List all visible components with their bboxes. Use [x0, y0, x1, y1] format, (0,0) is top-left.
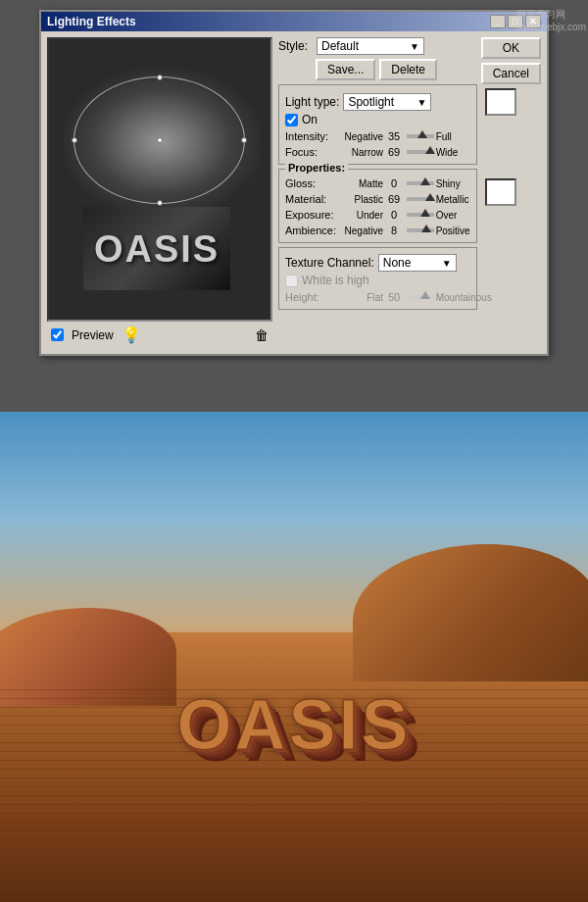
ambience-value: 8 [383, 225, 405, 236]
light-type-dropdown[interactable]: Spotlight ▼ [343, 93, 431, 111]
material-thumb[interactable] [425, 193, 435, 201]
intensity-track[interactable] [407, 134, 434, 138]
ambience-thumb[interactable] [421, 225, 431, 232]
handle-bottom[interactable] [157, 200, 163, 206]
preview-oasis-text: OASIS [94, 227, 220, 270]
light-type-label: Light type: [285, 95, 339, 109]
exposure-max: Over [436, 210, 470, 221]
intensity-label: Intensity: [285, 130, 342, 142]
gloss-row: Gloss: Matte 0 Shiny [285, 177, 470, 189]
intensity-value: 35 [383, 130, 405, 142]
save-delete-row: Save... Delete [316, 59, 477, 80]
exposure-thumb[interactable] [420, 209, 430, 217]
ambience-max: Positive [436, 226, 470, 236]
light-type-group: Light type: Spotlight ▼ On In [278, 84, 477, 165]
ambience-track[interactable] [407, 228, 434, 232]
exposure-label: Exposure: [285, 209, 342, 221]
style-row: Style: Default ▼ [278, 37, 477, 55]
ambience-label: Ambience: [285, 225, 342, 236]
preview-footer: Preview 💡 🗑 [47, 322, 272, 348]
gloss-min: Matte [342, 178, 383, 189]
intensity-row: Intensity: Negative 35 Full [285, 130, 470, 142]
material-max: Metallic [436, 194, 470, 205]
height-track [407, 295, 434, 299]
focus-min: Narrow [342, 147, 383, 158]
dialog-titlebar: Lighting Effects _ □ ✕ [41, 12, 547, 31]
on-checkbox[interactable] [285, 114, 298, 126]
focus-value: 69 [383, 146, 405, 158]
intensity-max: Full [436, 131, 470, 142]
height-thumb [420, 291, 430, 299]
right-buttons: OK Cancel [481, 37, 541, 314]
white-is-high-checkbox[interactable] [285, 275, 298, 287]
white-is-high-row: White is high [285, 274, 470, 287]
preview-checkbox[interactable] [51, 328, 64, 341]
texture-value: None [383, 256, 412, 270]
height-label: Height: [285, 291, 342, 303]
color-swatch-2[interactable] [485, 178, 516, 206]
bulb-icon[interactable]: 💡 [122, 326, 141, 344]
intensity-thumb[interactable] [417, 130, 427, 138]
focus-label: Focus: [285, 146, 342, 158]
texture-dropdown[interactable]: None ▼ [378, 254, 457, 272]
style-label: Style: [278, 39, 313, 53]
gloss-track[interactable] [407, 181, 434, 185]
gloss-value: 0 [383, 177, 405, 189]
style-value: Default [321, 39, 359, 53]
height-max: Mountainous [436, 292, 470, 303]
height-min: Flat [342, 292, 383, 303]
focus-row: Focus: Narrow 69 Wide [285, 146, 470, 158]
on-row: On [285, 113, 470, 126]
watermark-line2: www.webjx.com [516, 22, 586, 32]
right-panel: Style: Default ▼ Save... Delete [278, 37, 541, 348]
oasis-3d-text: OASIS [176, 684, 411, 765]
lighting-effects-dialog: Lighting Effects _ □ ✕ OASIS [39, 10, 549, 356]
preview-label: Preview [72, 328, 114, 342]
watermark-line1: 网页学习网 [516, 8, 586, 22]
save-button[interactable]: Save... [316, 59, 375, 80]
material-value: 69 [383, 193, 405, 205]
focus-track[interactable] [407, 150, 434, 154]
texture-row: Texture Channel: None ▼ [285, 254, 470, 272]
ok-button[interactable]: OK [481, 37, 541, 59]
exposure-track[interactable] [407, 213, 434, 217]
material-track[interactable] [407, 197, 434, 201]
focus-thumb[interactable] [425, 146, 435, 154]
material-min: Plastic [342, 194, 383, 205]
exposure-row: Exposure: Under 0 Over [285, 209, 470, 221]
handle-left[interactable] [72, 137, 77, 143]
spotlight-ellipse[interactable] [74, 76, 245, 204]
material-label: Material: [285, 193, 342, 205]
exposure-value: 0 [383, 209, 405, 221]
light-type-value: Spotlight [348, 95, 394, 109]
trash-icon[interactable]: 🗑 [255, 327, 269, 343]
gloss-max: Shiny [436, 178, 470, 189]
handle-right[interactable] [241, 137, 247, 143]
gloss-label: Gloss: [285, 177, 342, 189]
spotlight-glow [64, 69, 260, 216]
handle-top[interactable] [157, 75, 163, 80]
height-value: 50 [383, 291, 405, 303]
white-is-high-label: White is high [302, 274, 369, 287]
light-type-dropdown-arrow: ▼ [416, 97, 426, 108]
desert-scene: OASIS [0, 412, 588, 902]
on-label: On [302, 113, 318, 126]
delete-button[interactable]: Delete [379, 59, 437, 80]
preview-canvas: OASIS [49, 39, 270, 320]
right-top: Style: Default ▼ Save... Delete [278, 37, 541, 314]
minimize-button[interactable]: _ [490, 15, 506, 28]
cancel-button[interactable]: Cancel [481, 63, 541, 84]
properties-label: Properties: [285, 162, 348, 174]
right-controls: Style: Default ▼ Save... Delete [278, 37, 477, 314]
gloss-thumb[interactable] [420, 177, 430, 185]
color-swatch-1[interactable] [485, 88, 516, 116]
height-row: Height: Flat 50 Mountainous [285, 291, 470, 303]
preview-panel: OASIS [47, 37, 272, 322]
texture-channel-label: Texture Channel: [285, 256, 374, 270]
style-dropdown[interactable]: Default ▼ [317, 37, 424, 55]
material-row: Material: Plastic 69 Metallic [285, 193, 470, 205]
light-type-row: Light type: Spotlight ▼ [285, 93, 470, 111]
ambience-min: Negative [342, 226, 383, 236]
watermark: 网页学习网 www.webjx.com [516, 8, 586, 32]
handle-center[interactable] [157, 137, 163, 143]
